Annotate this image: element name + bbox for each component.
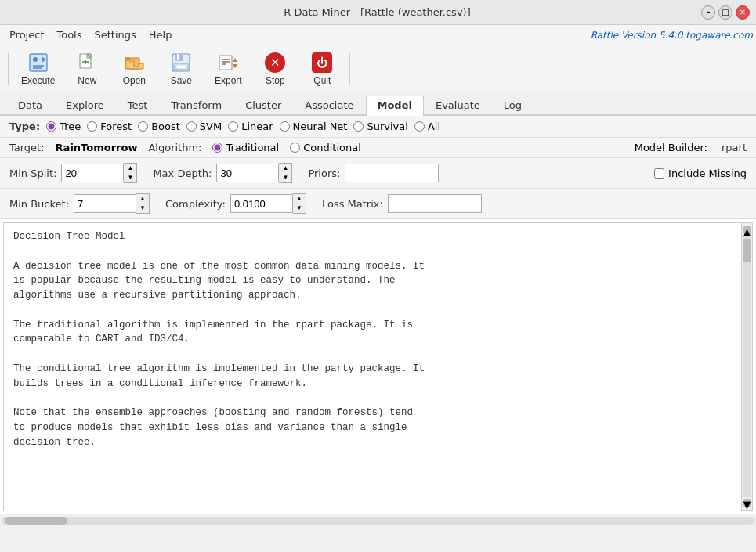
tab-associate[interactable]: Associate bbox=[293, 96, 365, 114]
type-survival-option[interactable]: Survival bbox=[353, 121, 407, 132]
type-boost-radio[interactable] bbox=[138, 121, 148, 132]
min-split-field[interactable] bbox=[61, 164, 124, 182]
type-svm-radio[interactable] bbox=[186, 121, 197, 132]
export-label: Export bbox=[215, 75, 242, 86]
type-linear-radio[interactable] bbox=[228, 121, 238, 132]
min-split-input: ▲ ▼ bbox=[61, 163, 137, 183]
loss-matrix-label: Loss Matrix: bbox=[322, 198, 383, 210]
menu-help[interactable]: Help bbox=[143, 27, 179, 42]
toolbar-sep-right bbox=[349, 53, 350, 85]
type-label: Type: bbox=[9, 121, 40, 132]
menu-settings[interactable]: Settings bbox=[89, 27, 143, 42]
include-missing-checkbox[interactable] bbox=[654, 168, 664, 179]
type-all-radio[interactable] bbox=[414, 121, 425, 132]
params-row2: Min Bucket: ▲ ▼ Complexity: ▲ ▼ Loss Mat… bbox=[0, 189, 756, 219]
complexity-spinners: ▲ ▼ bbox=[293, 193, 306, 214]
type-forest-option[interactable]: Forest bbox=[87, 121, 132, 132]
stop-button[interactable]: ✕ Stop bbox=[254, 49, 296, 89]
type-neuralnet-radio[interactable] bbox=[280, 121, 290, 132]
max-depth-label: Max Depth: bbox=[153, 168, 212, 179]
algo-traditional-option[interactable]: Traditional bbox=[212, 142, 279, 153]
params-row1: Min Split: ▲ ▼ Max Depth: ▲ ▼ Priors: bbox=[0, 158, 756, 189]
execute-button[interactable]: Execute bbox=[15, 49, 61, 89]
type-all-option[interactable]: All bbox=[414, 121, 440, 132]
vertical-scrollbar[interactable]: ▲ ▼ bbox=[741, 223, 752, 510]
menu-project[interactable]: Project bbox=[3, 27, 50, 42]
min-bucket-field[interactable] bbox=[74, 194, 136, 213]
min-bucket-up[interactable]: ▲ bbox=[136, 194, 149, 204]
max-depth-up[interactable]: ▲ bbox=[279, 164, 291, 173]
complexity-field[interactable] bbox=[230, 194, 293, 213]
min-split-down[interactable]: ▼ bbox=[124, 173, 136, 182]
new-button[interactable]: New bbox=[66, 49, 108, 89]
type-svm-option[interactable]: SVM bbox=[186, 121, 222, 132]
type-tree-radio[interactable] bbox=[46, 121, 56, 132]
type-boost-option[interactable]: Boost bbox=[138, 121, 180, 132]
priors-field[interactable] bbox=[345, 164, 439, 182]
hscroll-thumb[interactable] bbox=[5, 517, 67, 525]
type-linear-label: Linear bbox=[241, 121, 273, 132]
type-row: Type: Tree Forest Boost SVM Linear Neura… bbox=[0, 116, 756, 138]
tab-cluster[interactable]: Cluster bbox=[233, 96, 293, 114]
max-depth-down[interactable]: ▼ bbox=[279, 173, 291, 182]
complexity-group: Complexity: ▲ ▼ bbox=[165, 193, 306, 214]
type-neuralnet-option[interactable]: Neural Net bbox=[280, 121, 348, 132]
algo-conditional-radio[interactable] bbox=[290, 143, 300, 153]
target-label: Target: bbox=[9, 142, 45, 153]
type-linear-option[interactable]: Linear bbox=[228, 121, 273, 132]
minimize-button[interactable]: – bbox=[701, 5, 715, 20]
maximize-button[interactable]: □ bbox=[718, 5, 732, 20]
complexity-label: Complexity: bbox=[165, 198, 226, 210]
scroll-down-btn[interactable]: ▼ bbox=[743, 499, 751, 507]
stop-label: Stop bbox=[266, 75, 285, 86]
min-bucket-down[interactable]: ▼ bbox=[136, 204, 149, 213]
min-bucket-spinners: ▲ ▼ bbox=[136, 193, 150, 214]
max-depth-spinners: ▲ ▼ bbox=[279, 163, 292, 183]
algorithm-label: Algorithm: bbox=[148, 142, 201, 153]
min-split-up[interactable]: ▲ bbox=[124, 164, 136, 173]
svg-rect-15 bbox=[219, 56, 232, 70]
open-button[interactable]: Open bbox=[113, 49, 155, 89]
type-forest-radio[interactable] bbox=[87, 121, 97, 132]
menu-tools[interactable]: Tools bbox=[50, 27, 88, 42]
type-tree-option[interactable]: Tree bbox=[46, 121, 81, 132]
type-survival-radio[interactable] bbox=[353, 121, 364, 132]
max-depth-field[interactable] bbox=[216, 164, 279, 182]
horizontal-scrollbar[interactable] bbox=[0, 514, 756, 526]
save-icon bbox=[170, 52, 192, 74]
stop-icon: ✕ bbox=[264, 52, 286, 74]
quit-label: Quit bbox=[313, 75, 331, 86]
algo-traditional-radio[interactable] bbox=[212, 143, 222, 153]
svg-rect-12 bbox=[177, 54, 179, 60]
priors-group: Priors: bbox=[308, 164, 439, 182]
loss-matrix-field[interactable] bbox=[388, 194, 482, 213]
complexity-down[interactable]: ▼ bbox=[293, 204, 306, 213]
tab-test[interactable]: Test bbox=[116, 96, 160, 114]
quit-icon: ⏻ bbox=[311, 52, 333, 74]
svg-marker-19 bbox=[233, 58, 237, 62]
scroll-up-btn[interactable]: ▲ bbox=[743, 226, 751, 234]
complexity-up[interactable]: ▲ bbox=[293, 194, 306, 204]
tab-explore[interactable]: Explore bbox=[54, 96, 116, 114]
window-controls: – □ ✕ bbox=[701, 5, 750, 20]
model-builder-value: rpart bbox=[722, 142, 747, 153]
tab-model[interactable]: Model bbox=[366, 96, 424, 116]
priors-label: Priors: bbox=[308, 168, 340, 179]
algo-conditional-option[interactable]: Conditional bbox=[290, 142, 361, 153]
tab-transform[interactable]: Transform bbox=[159, 96, 233, 114]
version-link[interactable]: Rattle Version 5.4.0 togaware.com bbox=[591, 30, 753, 41]
model-description: Decision Tree Model A decision tree mode… bbox=[4, 223, 741, 511]
tab-data[interactable]: Data bbox=[6, 96, 54, 114]
quit-button[interactable]: ⏻ Quit bbox=[301, 49, 343, 89]
tab-log[interactable]: Log bbox=[492, 96, 534, 114]
close-button[interactable]: ✕ bbox=[736, 5, 750, 20]
min-split-spinners: ▲ ▼ bbox=[124, 163, 137, 183]
include-missing-option[interactable]: Include Missing bbox=[654, 168, 747, 179]
open-label: Open bbox=[123, 75, 146, 86]
tab-evaluate[interactable]: Evaluate bbox=[424, 96, 492, 114]
model-content: Type: Tree Forest Boost SVM Linear Neura… bbox=[0, 116, 756, 526]
algo-conditional-label: Conditional bbox=[303, 142, 361, 153]
scroll-thumb[interactable] bbox=[743, 239, 751, 262]
export-button[interactable]: Export bbox=[207, 49, 249, 89]
save-button[interactable]: Save bbox=[160, 49, 202, 89]
